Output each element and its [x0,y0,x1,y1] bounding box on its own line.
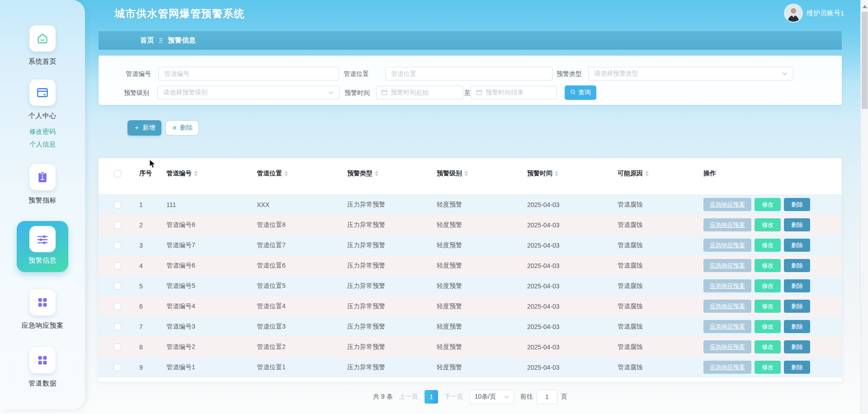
edit-button[interactable]: 修改 [755,259,781,272]
edit-button[interactable]: 修改 [755,361,781,374]
delete-button[interactable]: 删除 [784,259,810,272]
emergency-plan-button[interactable]: 应急响应预案 [703,361,751,374]
emergency-plan-button[interactable]: 应急响应预案 [703,279,751,292]
goto-unit: 页 [561,393,567,401]
row-checkbox[interactable] [114,323,121,330]
breadcrumb-home[interactable]: 首页 [140,36,154,45]
row-checkbox[interactable] [114,282,121,290]
cell-index: 3 [139,242,166,249]
row-checkbox[interactable] [114,262,121,269]
cell-pipe-location: 管道位置1 [257,363,347,372]
emergency-plan-button[interactable]: 应急响应预案 [703,300,751,313]
sidebar-item-profile[interactable]: 个人中心 [28,80,57,120]
select-all-checkbox[interactable] [114,170,121,177]
cell-pipe-code: 管道编号7 [166,241,257,249]
cell-pipe-code: 管道编号3 [166,323,257,331]
sort-icon[interactable] [645,171,649,176]
add-button[interactable]: ＋ 新增 [127,120,161,136]
user-menu[interactable]: 维护员账号1 [785,5,844,22]
warning-level-select[interactable]: 请选择预警级别 [157,86,340,99]
page-size-select[interactable]: 10条/页 [470,390,514,404]
header-warning-level[interactable]: 预警级别 [437,169,527,178]
query-button[interactable]: 查询 [565,85,596,100]
pipe-location-input[interactable] [385,67,552,80]
prev-page-button[interactable]: 上一页 [399,393,418,401]
delete-button[interactable]: 删除 [784,300,810,313]
emergency-plan-button[interactable]: 应急响应预案 [703,239,751,252]
delete-button[interactable]: 删除 [784,218,810,231]
emergency-plan-button[interactable]: 应急响应预案 [703,320,751,333]
warning-type-select[interactable]: 请选择预警类型 [588,67,793,80]
edit-button[interactable]: 修改 [755,279,781,292]
delete-button[interactable]: 删除 [784,361,810,374]
delete-button[interactable]: 删除 [784,279,810,292]
row-checkbox[interactable] [114,242,121,249]
sort-icon[interactable] [194,171,198,176]
cell-warning-level: 轻度预警 [437,282,527,290]
warning-time-start-input[interactable]: 预警时间起始 [376,86,463,99]
edit-button[interactable]: 修改 [755,239,781,252]
pipe-code-input[interactable] [158,67,339,80]
header-warning-type[interactable]: 预警类型 [347,169,437,178]
header-pipe-code[interactable]: 管道编号 [166,169,257,178]
edit-button[interactable]: 修改 [755,340,781,353]
cell-index: 5 [139,282,166,290]
sidebar-item-home[interactable]: 系统首页 [28,25,57,66]
sort-icon[interactable] [284,171,288,176]
table-toolbar: ＋ 新增 ✕ 删除 [127,120,199,136]
sidebar-item-pipe-data[interactable]: 管道数据 [28,347,57,388]
scrollbar-thumb[interactable] [862,12,868,109]
cell-warning-time: 2025-04-03 [527,242,618,249]
scroll-up-arrow-icon[interactable] [861,3,868,10]
pipe-code-label: 管道编号 [126,67,151,80]
sidebar-item-warning-info-active[interactable]: 预警信息 [17,221,68,272]
sort-icon[interactable] [375,171,378,176]
edit-button[interactable]: 修改 [755,198,781,211]
sidebar-item-warning-index[interactable]: 预警指标 [28,164,57,205]
cell-pipe-location: 管道位置4 [257,302,347,310]
next-page-button[interactable]: 下一页 [444,393,463,401]
header-cause[interactable]: 可能原因 [618,169,703,178]
cell-index: 2 [139,221,166,229]
plus-icon: ＋ [134,124,140,132]
cell-warning-type: 压力异常预警 [347,323,437,331]
cell-warning-type: 压力异常预警 [347,363,437,372]
current-page-button[interactable]: 1 [425,390,438,404]
header-warning-time[interactable]: 预警时间 [527,169,618,178]
personal-info-link[interactable]: 个人信息 [29,140,56,149]
warning-time-start-placeholder: 预警时间起始 [391,89,429,97]
emergency-plan-button[interactable]: 应急响应预案 [703,340,751,353]
breadcrumb-separator-icon: Ξ [159,37,163,44]
emergency-plan-button[interactable]: 应急响应预案 [703,198,751,211]
goto-page-input[interactable] [537,390,557,404]
batch-delete-button[interactable]: ✕ 删除 [165,120,199,136]
sort-icon[interactable] [464,171,468,176]
warning-time-end-input[interactable]: 预警时间结束 [471,86,557,99]
header-pipe-location[interactable]: 管道位置 [257,169,347,178]
grid-icon [29,347,56,373]
edit-button[interactable]: 修改 [755,300,781,313]
sort-icon[interactable] [555,171,558,176]
change-password-link[interactable]: 修改密码 [29,127,56,136]
cell-warning-type: 压力异常预警 [347,282,437,290]
emergency-plan-button[interactable]: 应急响应预案 [703,218,751,231]
cell-index: 8 [139,343,166,351]
row-checkbox[interactable] [114,221,121,229]
delete-button[interactable]: 删除 [784,340,810,353]
vertical-scrollbar[interactable] [860,0,868,414]
delete-button[interactable]: 删除 [784,320,810,333]
row-checkbox[interactable] [114,364,121,371]
row-checkbox[interactable] [114,201,121,208]
delete-button[interactable]: 删除 [784,239,810,252]
edit-button[interactable]: 修改 [755,218,781,231]
row-checkbox[interactable] [114,343,121,351]
cell-warning-level: 轻度预警 [437,241,527,249]
delete-button[interactable]: 删除 [784,198,810,211]
cell-warning-level: 轻度预警 [437,343,527,351]
sidebar-item-emergency-plan[interactable]: 应急响应预案 [22,289,64,330]
row-checkbox[interactable] [114,303,121,310]
edit-button[interactable]: 修改 [755,320,781,333]
warning-time-label: 预警时间 [344,86,370,99]
emergency-plan-button[interactable]: 应急响应预案 [703,259,751,272]
cell-cause: 管道腐蚀 [618,343,703,351]
